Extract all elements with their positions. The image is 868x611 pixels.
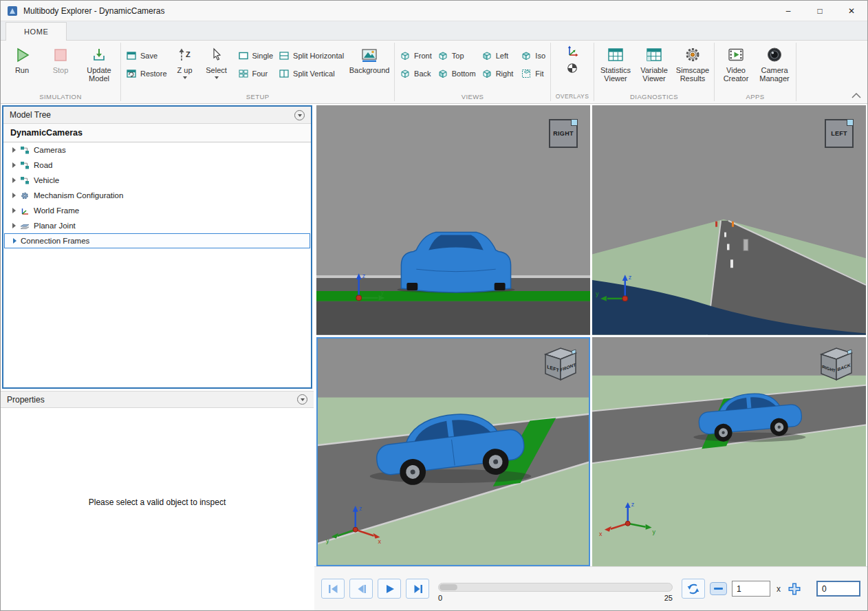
loop-icon bbox=[686, 582, 700, 596]
camera-manager-button[interactable]: Camera Manager bbox=[756, 43, 793, 83]
select-dropdown-icon bbox=[215, 76, 219, 79]
view-right-button[interactable]: Right bbox=[479, 66, 516, 81]
go-to-start-button[interactable] bbox=[321, 579, 345, 599]
expand-icon[interactable] bbox=[13, 238, 17, 244]
increase-rate-button[interactable] bbox=[787, 581, 802, 597]
view-cube[interactable]: RIGHT bbox=[549, 119, 578, 148]
z-up-button[interactable]: Z Z up bbox=[171, 43, 199, 79]
four-views-button[interactable]: Four bbox=[236, 66, 276, 81]
view-iso-icon bbox=[521, 50, 532, 61]
lane-dash bbox=[727, 244, 729, 250]
view-front-button[interactable]: Front bbox=[398, 48, 434, 63]
group-views: Front Back Top Bottom bbox=[395, 41, 550, 103]
group-overlays: OVERLAYS bbox=[551, 41, 594, 103]
expand-icon[interactable] bbox=[12, 223, 16, 228]
model-tree-header: Model Tree bbox=[3, 107, 311, 124]
stop-icon bbox=[52, 47, 69, 63]
expand-icon[interactable] bbox=[12, 162, 16, 168]
statistics-viewer-icon bbox=[607, 46, 625, 63]
statistics-viewer-button[interactable]: Statistics Viewer bbox=[597, 43, 634, 83]
view-cube[interactable]: RIGHT BACK bbox=[814, 344, 858, 384]
view-iso-button[interactable]: Iso bbox=[519, 48, 547, 63]
tree-item-connection-frames[interactable]: Connection Frames bbox=[4, 233, 310, 248]
subsystem-icon bbox=[20, 175, 30, 185]
expand-icon[interactable] bbox=[12, 178, 16, 183]
properties-content: Please select a valid object to inspect bbox=[1, 408, 314, 610]
viewport-bottom-left[interactable]: z x y LEFT FRONT bbox=[316, 337, 590, 567]
chevron-up-icon bbox=[851, 93, 861, 98]
minimize-button[interactable]: – bbox=[772, 1, 804, 21]
expand-icon[interactable] bbox=[12, 147, 16, 153]
view-right-icon bbox=[481, 68, 492, 79]
center-of-mass-overlay-button[interactable] bbox=[564, 61, 581, 75]
close-button[interactable]: ✕ bbox=[836, 1, 867, 21]
rate-input[interactable] bbox=[732, 581, 770, 597]
play-button[interactable] bbox=[378, 579, 401, 599]
select-button[interactable]: Select bbox=[201, 43, 232, 79]
stop-button[interactable]: Stop bbox=[42, 43, 79, 74]
properties-panel: Properties Please select a valid object … bbox=[1, 391, 314, 610]
view-back-button[interactable]: Back bbox=[398, 66, 434, 81]
viewport-bottom-right[interactable]: z x y RIGHT BACK bbox=[592, 337, 866, 567]
svg-text:y: y bbox=[326, 537, 329, 544]
video-creator-button[interactable]: Video Creator bbox=[717, 43, 755, 83]
split-horizontal-button[interactable]: Split Horizontal bbox=[276, 48, 346, 63]
view-back-icon bbox=[400, 68, 411, 79]
slider-thumb[interactable] bbox=[440, 584, 457, 590]
tree-item-planar-joint[interactable]: Planar Joint bbox=[3, 218, 311, 233]
view-top-button[interactable]: Top bbox=[435, 48, 478, 63]
app-icon bbox=[7, 6, 18, 17]
single-view-button[interactable]: Single bbox=[236, 48, 276, 63]
play-icon bbox=[383, 583, 395, 595]
view-fit-button[interactable]: Fit bbox=[519, 66, 547, 81]
step-back-button[interactable] bbox=[349, 579, 373, 599]
mechanism-configuration-icon bbox=[20, 191, 30, 200]
background-icon bbox=[360, 47, 378, 63]
tree-item-vehicle[interactable]: Vehicle bbox=[3, 173, 311, 188]
save-button[interactable]: Save bbox=[124, 48, 169, 63]
view-cube[interactable]: LEFT bbox=[825, 119, 854, 148]
loop-button[interactable] bbox=[682, 579, 705, 599]
tree-item-road[interactable]: Road bbox=[3, 158, 311, 173]
collapse-properties-button[interactable] bbox=[297, 394, 307, 405]
background-button[interactable]: Background bbox=[347, 43, 391, 74]
collapse-ribbon-button[interactable] bbox=[851, 89, 861, 101]
simscape-results-button[interactable]: Simscape Results bbox=[674, 43, 711, 83]
viewport-top-right[interactable]: z y LEFT bbox=[592, 105, 866, 335]
svg-text:y: y bbox=[596, 290, 599, 297]
collapse-model-tree-button[interactable] bbox=[294, 110, 305, 120]
view-left-button[interactable]: Left bbox=[479, 48, 516, 63]
step-forward-button[interactable] bbox=[406, 579, 429, 599]
time-slider[interactable] bbox=[438, 583, 673, 592]
decrease-rate-button[interactable] bbox=[710, 582, 727, 595]
time-input[interactable] bbox=[816, 581, 860, 597]
frame-overlay-button[interactable] bbox=[563, 43, 581, 58]
expand-icon[interactable] bbox=[12, 208, 16, 213]
planar-joint-icon bbox=[20, 221, 30, 231]
tree-item-mechanism-configuration[interactable]: Mechanism Configuration bbox=[3, 188, 311, 203]
run-button[interactable]: Run bbox=[3, 43, 41, 74]
run-icon bbox=[14, 47, 30, 63]
group-label-setup: SETUP bbox=[124, 93, 391, 103]
model-tree-body: Cameras Road Vehicle Mechanism Configura… bbox=[3, 142, 311, 387]
update-model-icon bbox=[91, 47, 107, 63]
view-bottom-button[interactable]: Bottom bbox=[435, 66, 478, 81]
maximize-button[interactable]: □ bbox=[804, 1, 836, 21]
tab-home[interactable]: HOME bbox=[6, 22, 67, 41]
split-vertical-button[interactable]: Split Vertical bbox=[276, 66, 346, 81]
right-panel: z y RIGHT bbox=[314, 104, 867, 610]
update-model-button[interactable]: Update Model bbox=[80, 43, 118, 83]
viewport-top-left[interactable]: z y RIGHT bbox=[316, 105, 590, 335]
variable-viewer-button[interactable]: Variable Viewer bbox=[636, 43, 673, 83]
tree-item-cameras[interactable]: Cameras bbox=[3, 142, 311, 158]
view-cube-corner bbox=[571, 119, 578, 126]
expand-icon[interactable] bbox=[12, 193, 16, 198]
restore-button[interactable]: Restore bbox=[124, 66, 169, 81]
tree-root-dynamiccameras[interactable]: DynamicCameras bbox=[3, 124, 311, 142]
time-slider-area: 0 25 bbox=[438, 576, 673, 602]
group-simulation: Run Stop Update Model SIMULATION bbox=[1, 41, 120, 103]
ribbon-divider bbox=[796, 43, 796, 101]
tree-item-world-frame[interactable]: World Frame bbox=[3, 203, 311, 218]
view-cube[interactable]: LEFT FRONT bbox=[538, 344, 582, 384]
frame-overlay-icon bbox=[565, 44, 579, 58]
